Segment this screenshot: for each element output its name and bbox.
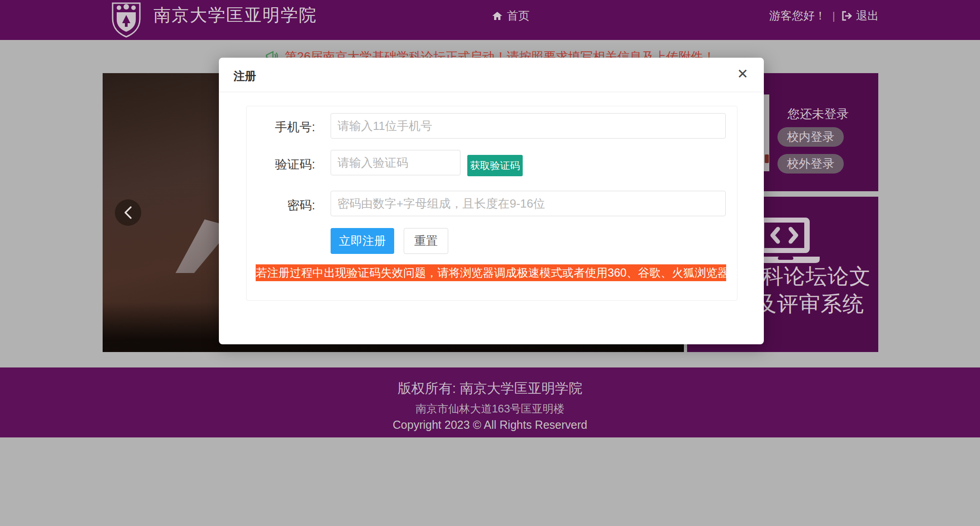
- password-input[interactable]: [331, 191, 726, 216]
- logout-button[interactable]: 退出: [841, 8, 879, 23]
- carousel-prev-button[interactable]: [115, 199, 141, 226]
- browser-warning-banner: 若注册过程中出现验证码失效问题，请将浏览器调成极速模式或者使用360、谷歌、火狐…: [256, 264, 726, 281]
- logout-icon: [841, 10, 852, 21]
- system-title-line2: 及评审系统: [755, 290, 864, 318]
- campus-login-button[interactable]: 校内登录: [777, 127, 844, 147]
- site-title: 南京大学匡亚明学院: [153, 4, 317, 27]
- phone-label: 手机号:: [224, 119, 315, 135]
- password-label: 密码:: [224, 197, 315, 213]
- captcha-label: 验证码:: [224, 156, 315, 173]
- greeting-text: 游客您好！: [769, 8, 826, 23]
- external-login-button[interactable]: 校外登录: [777, 154, 844, 174]
- separator: |: [832, 10, 836, 22]
- university-logo-icon: [111, 1, 141, 38]
- system-title-line1: 科论坛论文: [762, 262, 871, 291]
- get-captcha-button[interactable]: 获取验证码: [467, 155, 523, 176]
- nav-home-label: 首页: [507, 8, 530, 23]
- logout-label: 退出: [856, 8, 879, 23]
- register-submit-button[interactable]: 立即注册: [331, 228, 394, 254]
- register-modal: 注册 ✕ 手机号: 验证码: 获取验证码 密码: 立即注册 重置 若注册过程中出…: [219, 58, 764, 344]
- phone-input[interactable]: [331, 113, 726, 139]
- captcha-input[interactable]: [331, 150, 460, 175]
- copyright-notice: Copyright 2023 © All Rights Reserverd: [0, 418, 980, 432]
- page-footer: 版权所有: 南京大学匡亚明学院 南京市仙林大道163号匡亚明楼 Copyrigh…: [0, 367, 980, 437]
- copyright-owner: 版权所有: 南京大学匡亚明学院: [0, 367, 980, 398]
- user-area: 游客您好！ | 退出: [769, 8, 879, 23]
- modal-header: 注册 ✕: [219, 58, 764, 92]
- home-icon: [492, 10, 503, 21]
- address: 南京市仙林大道163号匡亚明楼: [0, 402, 980, 416]
- nav-home[interactable]: 首页: [492, 8, 530, 23]
- chevron-left-icon: [123, 206, 133, 219]
- reset-button[interactable]: 重置: [404, 228, 448, 254]
- qr-code-detail: [765, 154, 769, 163]
- close-icon[interactable]: ✕: [737, 67, 748, 81]
- modal-title: 注册: [233, 69, 256, 84]
- login-status-text: 您还未登录: [787, 106, 849, 122]
- top-header: 南京大学匡亚明学院 首页 游客您好！ | 退出: [0, 0, 980, 40]
